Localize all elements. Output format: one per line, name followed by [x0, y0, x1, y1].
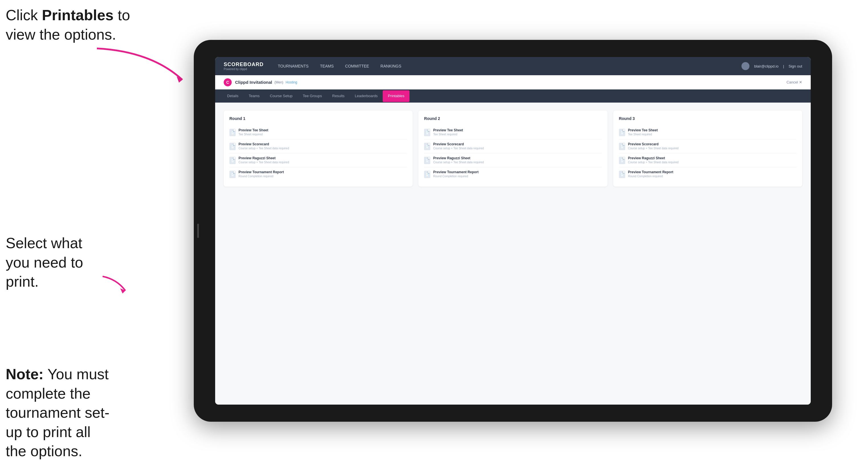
scorecard-title: Preview Scorecard	[239, 142, 407, 146]
arrow-top	[94, 45, 185, 86]
raguzzi-info-r2: Preview Raguzzi Sheet Course setup + Tee…	[433, 156, 601, 164]
tee-sheet-title-r3: Preview Tee Sheet	[628, 128, 797, 132]
user-email: blair@clippd.io	[754, 64, 778, 68]
raguzzi-info: Preview Raguzzi Sheet Course setup + Tee…	[239, 156, 407, 164]
tournament-report-title: Preview Tournament Report	[239, 170, 407, 174]
tab-leaderboards[interactable]: Leaderboards	[350, 90, 383, 102]
nav-teams[interactable]: TEAMS	[320, 63, 334, 69]
tablet-device: SCOREBOARD Powered by clippd TOURNAMENTS…	[194, 40, 832, 422]
tournament-report-title-r3: Preview Tournament Report	[628, 170, 797, 174]
scorecard-subtitle-r3: Course setup + Tee Sheet data required	[628, 147, 797, 150]
tournament-report-icon: 📄	[229, 171, 236, 178]
tournament-report-info-r2: Preview Tournament Report Round Completi…	[433, 170, 601, 178]
tab-results[interactable]: Results	[327, 90, 350, 102]
tournament-report-icon-r3: 📄	[619, 171, 625, 178]
round-1-column: Round 1 📄 Preview Tee Sheet Tee Sheet re…	[224, 111, 413, 187]
sub-header: C Clippd Invitational (Men) Hosting Canc…	[215, 75, 811, 90]
nav-rankings[interactable]: RANKINGS	[380, 63, 401, 69]
svg-marker-1	[120, 288, 125, 293]
round-2-tournament-report[interactable]: 📄 Preview Tournament Report Round Comple…	[424, 167, 601, 181]
raguzzi-subtitle-r2: Course setup + Tee Sheet data required	[433, 161, 601, 164]
round-2-raguzzi[interactable]: 📄 Preview Raguzzi Sheet Course setup + T…	[424, 153, 601, 167]
nav-committee[interactable]: COMMITTEE	[345, 63, 369, 69]
raguzzi-title-r3: Preview Raguzzi Sheet	[628, 156, 797, 160]
tee-sheet-info: Preview Tee Sheet Tee Sheet required	[239, 128, 407, 136]
scorecard-subtitle-r2: Course setup + Tee Sheet data required	[433, 147, 601, 150]
tee-sheet-icon-r3: 📄	[619, 129, 625, 136]
scorecard-info: Preview Scorecard Course setup + Tee She…	[239, 142, 407, 150]
raguzzi-icon-r2: 📄	[424, 157, 430, 164]
tournament-category: (Men)	[274, 80, 283, 84]
scorecard-icon-r3: 📄	[619, 143, 625, 150]
tab-printables[interactable]: Printables	[383, 90, 409, 102]
raguzzi-icon: 📄	[229, 157, 236, 164]
rounds-grid: Round 1 📄 Preview Tee Sheet Tee Sheet re…	[224, 111, 802, 187]
raguzzi-icon-r3: 📄	[619, 157, 625, 164]
tee-sheet-info-r3: Preview Tee Sheet Tee Sheet required	[628, 128, 797, 136]
top-navigation: SCOREBOARD Powered by clippd TOURNAMENTS…	[215, 57, 811, 75]
tee-sheet-subtitle-r2: Tee Sheet required	[433, 133, 601, 136]
brand-subtitle: Powered by clippd	[224, 67, 264, 71]
annotation-bottom-text: Note: You must complete the tournament s…	[6, 365, 114, 461]
tab-details[interactable]: Details	[222, 90, 244, 102]
tournament-report-subtitle-r3: Round Completion required	[628, 175, 797, 178]
tee-sheet-subtitle: Tee Sheet required	[239, 133, 407, 136]
raguzzi-title-r2: Preview Raguzzi Sheet	[433, 156, 601, 160]
tournament-report-subtitle-r2: Round Completion required	[433, 175, 601, 178]
scorecard-icon: 📄	[229, 143, 236, 150]
raguzzi-title: Preview Raguzzi Sheet	[239, 156, 407, 160]
main-content: Round 1 📄 Preview Tee Sheet Tee Sheet re…	[215, 102, 811, 405]
round-3-scorecard[interactable]: 📄 Preview Scorecard Course setup + Tee S…	[619, 139, 797, 153]
scorecard-info-r2: Preview Scorecard Course setup + Tee She…	[433, 142, 601, 150]
separator: |	[783, 64, 784, 68]
round-3-column: Round 3 📄 Preview Tee Sheet Tee Sheet re…	[613, 111, 802, 187]
tee-sheet-subtitle-r3: Tee Sheet required	[628, 133, 797, 136]
tab-tee-groups[interactable]: Tee Groups	[298, 90, 327, 102]
tablet-side-button	[197, 224, 199, 238]
tablet-screen: SCOREBOARD Powered by clippd TOURNAMENTS…	[215, 57, 811, 405]
tab-bar: Details Teams Course Setup Tee Groups Re…	[215, 90, 811, 102]
hosting-badge: Hosting	[285, 80, 297, 84]
svg-marker-0	[177, 76, 182, 83]
round-1-raguzzi[interactable]: 📄 Preview Raguzzi Sheet Course setup + T…	[229, 153, 407, 167]
tournament-name: Clippd Invitational	[235, 80, 272, 85]
tee-sheet-title: Preview Tee Sheet	[239, 128, 407, 132]
tournament-report-icon-r2: 📄	[424, 171, 430, 178]
round-2-scorecard[interactable]: 📄 Preview Scorecard Course setup + Tee S…	[424, 139, 601, 153]
round-3-tee-sheet[interactable]: 📄 Preview Tee Sheet Tee Sheet required	[619, 125, 797, 139]
brand-title: SCOREBOARD	[224, 62, 264, 67]
scorecard-icon-r2: 📄	[424, 143, 430, 150]
raguzzi-subtitle-r3: Course setup + Tee Sheet data required	[628, 161, 797, 164]
round-3-tournament-report[interactable]: 📄 Preview Tournament Report Round Comple…	[619, 167, 797, 181]
tournament-report-title-r2: Preview Tournament Report	[433, 170, 601, 174]
round-1-tournament-report[interactable]: 📄 Preview Tournament Report Round Comple…	[229, 167, 407, 181]
round-2-tee-sheet[interactable]: 📄 Preview Tee Sheet Tee Sheet required	[424, 125, 601, 139]
round-1-scorecard[interactable]: 📄 Preview Scorecard Course setup + Tee S…	[229, 139, 407, 153]
tee-sheet-info-r2: Preview Tee Sheet Tee Sheet required	[433, 128, 601, 136]
sign-out-link[interactable]: Sign out	[788, 64, 802, 68]
round-2-column: Round 2 📄 Preview Tee Sheet Tee Sheet re…	[418, 111, 607, 187]
round-3-title: Round 3	[619, 116, 797, 121]
tee-sheet-title-r2: Preview Tee Sheet	[433, 128, 601, 132]
tab-course-setup[interactable]: Course Setup	[265, 90, 298, 102]
nav-tournaments[interactable]: TOURNAMENTS	[278, 63, 309, 69]
tab-teams[interactable]: Teams	[244, 90, 265, 102]
top-nav-right: blair@clippd.io | Sign out	[742, 62, 802, 70]
tournament-report-info-r3: Preview Tournament Report Round Completi…	[628, 170, 797, 178]
round-2-title: Round 2	[424, 116, 601, 121]
raguzzi-subtitle: Course setup + Tee Sheet data required	[239, 161, 407, 164]
tee-sheet-icon-r2: 📄	[424, 129, 430, 136]
top-nav-links: TOURNAMENTS TEAMS COMMITTEE RANKINGS	[278, 63, 742, 69]
brand-logo: SCOREBOARD Powered by clippd	[224, 62, 264, 71]
annotation-middle-text: Select what you need to print.	[6, 234, 108, 291]
cancel-button[interactable]: Cancel ✕	[786, 80, 802, 84]
scorecard-title-r2: Preview Scorecard	[433, 142, 601, 146]
tournament-report-info: Preview Tournament Report Round Completi…	[239, 170, 407, 178]
scorecard-title-r3: Preview Scorecard	[628, 142, 797, 146]
round-1-tee-sheet[interactable]: 📄 Preview Tee Sheet Tee Sheet required	[229, 125, 407, 139]
scorecard-subtitle: Course setup + Tee Sheet data required	[239, 147, 407, 150]
user-avatar	[742, 62, 749, 70]
tournament-icon: C	[224, 79, 232, 86]
round-3-raguzzi[interactable]: 📄 Preview Raguzzi Sheet Course setup + T…	[619, 153, 797, 167]
raguzzi-info-r3: Preview Raguzzi Sheet Course setup + Tee…	[628, 156, 797, 164]
